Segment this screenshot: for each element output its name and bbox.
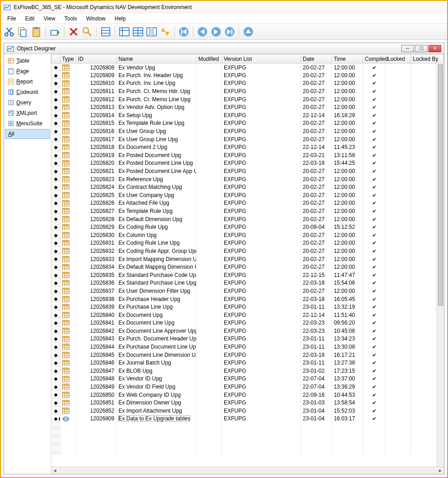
table-row[interactable]: 12026809Ex Data to Ex Upgrade tablesEXFU…: [52, 415, 444, 423]
table-row[interactable]: 12026834Ex Default Mapping Dimension UEX…: [52, 263, 444, 271]
column-header-compiled[interactable]: Compiled: [363, 54, 385, 64]
sidebar-item-table[interactable]: Table: [5, 56, 50, 66]
menu-window[interactable]: Window: [83, 15, 109, 23]
menu-edit[interactable]: Edit: [21, 15, 38, 23]
delete-icon[interactable]: [68, 26, 79, 37]
table-row[interactable]: 12026818Ex Document 2 UpgEXFUPG22-12-141…: [52, 143, 444, 151]
table-row[interactable]: 12026837Ex User Dimension Filter UpgEXFU…: [52, 287, 444, 295]
table-row[interactable]: 12026811Ex Purch. Cr. Memo Hdr. UpgEXFUP…: [52, 87, 444, 95]
table-row[interactable]: 12026839Ex Purchase Line UpgEXFUPG23-01-…: [52, 303, 444, 311]
horizontal-scrollbar[interactable]: ◄ ►: [51, 467, 444, 474]
table-row-empty[interactable]: [52, 431, 444, 439]
table-view3-icon[interactable]: [146, 26, 157, 37]
maximize-button[interactable]: ☐: [415, 45, 428, 52]
table-row[interactable]: 12026842Ex Document Line Approver UpgEXF…: [52, 327, 444, 335]
object-designer-titlebar[interactable]: Object Designer ─ ☐ ✕: [4, 43, 444, 54]
table-row[interactable]: 12026849Ex Vendor ID Field UpgEXFUPG22-0…: [52, 383, 444, 391]
table-view2-icon[interactable]: [133, 26, 143, 37]
sidebar-item-menusuite[interactable]: MenuSuite: [5, 118, 50, 128]
column-header-locked-by[interactable]: Locked By: [411, 54, 444, 64]
table-view1-icon[interactable]: [119, 26, 130, 37]
cell-date: 23-01-02: [301, 367, 332, 375]
table-row[interactable]: 12026835Ex Standard Purchase Code UpgEXF…: [52, 271, 444, 279]
sidebar-item-report[interactable]: Report: [5, 77, 50, 87]
table-row[interactable]: 12026848Ex Vendor ID UpgEXFUPG22-07-0413…: [52, 375, 444, 383]
cut-icon[interactable]: [4, 26, 15, 37]
scroll-right-icon[interactable]: ►: [437, 468, 444, 473]
table-row[interactable]: 12026821Ex Posted Document Line App UpEX…: [52, 167, 444, 175]
nav-last-icon[interactable]: [224, 26, 235, 37]
sidebar-item-xmlport[interactable]: </>XMLport: [5, 108, 50, 118]
table-row[interactable]: 12026812Ex Purch. Cr. Memo Line UpgEXFUP…: [52, 95, 444, 103]
sort-icon[interactable]: [160, 26, 171, 37]
svg-rect-275: [62, 344, 69, 345]
list-icon[interactable]: [100, 26, 111, 37]
table-row-empty[interactable]: [52, 423, 444, 431]
table-row[interactable]: 12026816Ex User Group UpgEXFUPG20-02-271…: [52, 127, 444, 135]
table-row[interactable]: 12026809Ex Purch. Inv. Header UpgEXFUPG2…: [52, 71, 444, 79]
sidebar-item-query[interactable]: Query: [5, 98, 50, 108]
nav-up-icon[interactable]: [243, 26, 254, 37]
table-row[interactable]: 12026823Ex Reference UpgEXFUPG20-02-2712…: [52, 175, 444, 183]
nav-first-icon[interactable]: [178, 26, 189, 37]
table-row[interactable]: 12026843Ex Purch. Document Header UpgEXF…: [52, 335, 444, 343]
table-row[interactable]: 12026841Ex Document Line UpgEXFUPG22-03-…: [52, 319, 444, 327]
paste-icon[interactable]: [31, 26, 42, 37]
table-row[interactable]: 12026827Ex Template Rule UpgEXFUPG20-02-…: [52, 207, 444, 215]
table-row[interactable]: 12026844Ex Purchase Document Line UpgEXF…: [52, 343, 444, 351]
table-row[interactable]: 12026846Ex Journal Batch UpgEXFUPG23-01-…: [52, 359, 444, 367]
nav-next-icon[interactable]: [211, 26, 222, 37]
table-row[interactable]: 12026850Ex Web Company ID UpgEXFUPG22-09…: [52, 391, 444, 399]
table-row[interactable]: 12026814Ex Setup UpgEXFUPG22-12-1416:18:…: [52, 111, 444, 119]
table-row[interactable]: 12026832Ex Coding Rule Appr. Group UpgEX…: [52, 247, 444, 255]
table-row[interactable]: 12026836Ex Standard Purchase Line UpgEXF…: [52, 279, 444, 287]
menu-file[interactable]: File: [4, 15, 20, 23]
table-row[interactable]: 12026808Ex Vendor UpgEXFUPG20-02-2712:00…: [52, 64, 444, 72]
table-row[interactable]: 12026838Ex Purchase Header UpgEXFUPG22-0…: [52, 295, 444, 303]
table-row[interactable]: 12026847Ex BLOB UpgEXFUPG23-01-0217:23:1…: [52, 367, 444, 375]
table-row[interactable]: 12026833Ex Import Mapping Dimension UpEX…: [52, 255, 444, 263]
minimize-button[interactable]: ─: [401, 45, 414, 52]
copy-icon[interactable]: [17, 26, 28, 37]
menu-tools[interactable]: Tools: [61, 15, 81, 23]
menu-help[interactable]: Help: [111, 15, 130, 23]
table-row[interactable]: 12026820Ex Posted Document Line UpgEXFUP…: [52, 159, 444, 168]
table-row[interactable]: 12026819Ex Posted Document UpgEXFUPG22-0…: [52, 151, 444, 159]
column-header-locked[interactable]: Locked: [385, 54, 411, 64]
column-header-modified[interactable]: Modified: [197, 54, 222, 64]
table-row[interactable]: 12026840Ex Document UpgEXFUPG22-12-1411:…: [52, 311, 444, 319]
column-header-id[interactable]: ID: [76, 54, 116, 64]
object-grid[interactable]: TypeIDNameModifiedVersion ListDateTimeCo…: [51, 54, 444, 455]
table-row[interactable]: 12026813Ex Vendor Adv. Option UpgEXFUPG2…: [52, 103, 444, 111]
column-header-time[interactable]: Time: [332, 54, 363, 64]
table-row[interactable]: 12026817Ex User Group Line UpgEXFUPG20-0…: [52, 135, 444, 143]
table-row[interactable]: 12026826Ex Attached File UpgEXFUPG20-02-…: [52, 199, 444, 207]
table-row[interactable]: 12026830Ex Column UpgEXFUPG20-02-2712:00…: [52, 231, 444, 239]
table-row[interactable]: 12026829Ex Coding Rule UpgEXFUPG20-09-04…: [52, 223, 444, 231]
nav-prev-icon[interactable]: [197, 26, 208, 37]
table-row[interactable]: 12026828Ex Default Dimension UpgEXFUPG20…: [52, 215, 444, 223]
close-button[interactable]: ✕: [428, 45, 441, 52]
sidebar-item-page[interactable]: Page: [5, 66, 50, 76]
table-row[interactable]: 12026851Ex Dimension Owner UpgEXFUPG23-0…: [52, 399, 444, 407]
column-header-date[interactable]: Date: [301, 54, 332, 64]
vertical-scrollbar[interactable]: [437, 63, 444, 467]
table-row[interactable]: 12026810Ex Purch. Inv. Line UpgEXFUPG20-…: [52, 79, 444, 88]
table-row[interactable]: 12026831Ex Coding Rule Line UpgEXFUPG20-…: [52, 239, 444, 247]
find-icon[interactable]: [82, 26, 93, 37]
column-header-type[interactable]: Type: [60, 54, 76, 64]
column-header-name[interactable]: Name: [116, 54, 196, 64]
table-row[interactable]: 12026824Ex Contract Matching UpgEXFUPG20…: [52, 183, 444, 191]
table-row[interactable]: 12026825Ex User Company UpgEXFUPG20-02-2…: [52, 191, 444, 199]
table-row[interactable]: 12026845Ex Document Line Dimension UpgEX…: [52, 351, 444, 359]
run-icon[interactable]: [49, 26, 60, 37]
table-row[interactable]: 12026815Ex Template Rule Line UpgEXFUPG2…: [52, 119, 444, 128]
sidebar-item-all[interactable]: All: [5, 129, 50, 139]
table-row-empty[interactable]: [52, 439, 444, 447]
menu-view[interactable]: View: [40, 15, 59, 23]
table-row[interactable]: 12026852Ex Import Attachment UpgEXFUPG23…: [52, 407, 444, 415]
column-header-version-list[interactable]: Version List: [222, 54, 300, 64]
table-row-empty[interactable]: [52, 447, 444, 455]
scroll-left-icon[interactable]: ◄: [51, 468, 59, 473]
sidebar-item-codeunit[interactable]: {}Codeunit: [5, 87, 50, 97]
